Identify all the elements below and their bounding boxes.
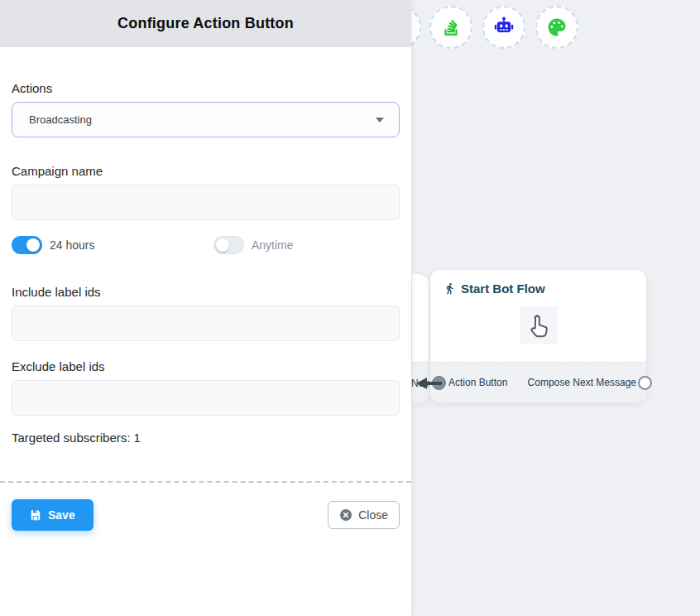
exclude-label-ids-label: Exclude label ids <box>12 359 400 373</box>
node-title: Start Bot Flow <box>461 282 545 296</box>
exclude-label-ids-input[interactable] <box>12 380 400 416</box>
actions-selected-value: Broadcasting <box>29 113 376 126</box>
flow-canvas[interactable]: Nex Start Bot Flow <box>411 0 700 616</box>
panel-header: Configure Action Button <box>0 0 411 47</box>
actions-select[interactable]: Broadcasting <box>12 102 400 137</box>
node-footer: Action Button Compose Next Message <box>430 362 646 402</box>
close-button[interactable]: Close <box>328 501 400 529</box>
save-button[interactable]: Save <box>12 499 93 531</box>
dashed-divider <box>0 481 411 483</box>
campaign-name-label: Campaign name <box>12 164 400 178</box>
compose-next-message-handle[interactable] <box>638 376 652 390</box>
tap-hand-icon <box>525 312 552 339</box>
actions-label: Actions <box>12 81 400 95</box>
action-button-port-label[interactable]: Action Button <box>448 377 507 388</box>
save-floppy-icon <box>30 509 41 521</box>
palette-icon <box>545 16 568 39</box>
save-button-label: Save <box>48 508 75 522</box>
toolbar-button-robot[interactable] <box>482 6 525 49</box>
close-icon <box>339 508 352 522</box>
campaign-name-input[interactable] <box>12 185 400 220</box>
edge-line <box>425 382 442 385</box>
toolbar-button-palette[interactable] <box>535 6 578 49</box>
toggle-knob <box>216 238 229 252</box>
anytime-toggle[interactable] <box>213 236 244 254</box>
toggle-knob <box>26 238 40 252</box>
stack-icon <box>440 17 462 38</box>
compose-next-message-port-label[interactable]: Compose Next Message <box>528 377 636 388</box>
panel-title: Configure Action Button <box>117 15 294 32</box>
targeted-subscribers-text: Targeted subscribers: 1 <box>12 431 400 445</box>
configure-action-panel: Configure Action Button Actions Broadcas… <box>0 0 411 616</box>
start-bot-flow-node[interactable]: Start Bot Flow Action Button Compose Nex… <box>430 270 646 402</box>
toolbar-button-stack[interactable] <box>429 6 472 49</box>
close-button-label: Close <box>358 508 388 522</box>
anytime-label: Anytime <box>252 238 294 252</box>
robot-icon <box>492 16 515 39</box>
include-label-ids-input[interactable] <box>12 306 400 341</box>
24-hours-toggle[interactable] <box>12 236 42 254</box>
walking-person-icon <box>443 282 456 295</box>
toolbar-button-partial[interactable] <box>411 6 421 49</box>
include-label-ids-label: Include label ids <box>12 285 400 299</box>
node-drop-target[interactable] <box>520 306 558 344</box>
24-hours-label: 24 hours <box>50 238 94 252</box>
chevron-down-icon <box>376 118 384 123</box>
